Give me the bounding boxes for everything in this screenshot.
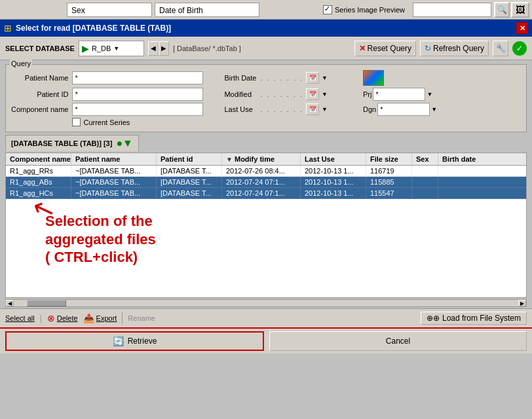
dgn-dropdown[interactable]: ▼ — [431, 106, 437, 113]
search-icon: 🔍 — [497, 5, 507, 14]
search-button[interactable]: 🔍 — [494, 2, 510, 18]
go-button[interactable]: ✓ — [512, 41, 527, 56]
td-patient-name: ~[DATABASE TAB... — [71, 166, 157, 176]
birth-date-select-button[interactable]: 📅 — [306, 72, 319, 84]
td-modify-time: 2012-07-26 08:4... — [222, 166, 301, 176]
last-use-dropdown[interactable]: ▼ — [322, 106, 328, 113]
td-last-use: 2012-10-13 1... — [301, 166, 366, 176]
table-container: Component name Patient name Patient id ▼… — [5, 153, 527, 298]
refresh-query-button[interactable]: ↻ Refresh Query — [420, 41, 489, 56]
load-icon: ⊕⊕ — [427, 314, 440, 323]
th-file-size[interactable]: File size — [366, 153, 412, 165]
delete-icon: ⊗ — [47, 313, 55, 323]
scroll-thumb[interactable] — [27, 300, 66, 306]
footer: 🔄 Retrieve Cancel — [0, 327, 532, 354]
preview-label: Series Image Preview — [335, 6, 405, 14]
dob-column-header: Date of Birth — [155, 3, 259, 17]
horizontal-scrollbar[interactable]: ◀ ▶ — [5, 299, 527, 307]
last-use-select-button[interactable]: 📅 — [306, 103, 319, 115]
play-icon: ▶ — [82, 43, 89, 54]
calendar-icon: 📅 — [309, 75, 316, 81]
nav-prev-button[interactable]: ◀ — [148, 41, 159, 56]
tab-label: [DATABASE TABLE (TAB)] [3] — [11, 139, 112, 147]
td-birth-date — [438, 188, 491, 198]
birth-date-dropdown[interactable]: ▼ — [322, 75, 328, 81]
tab-header[interactable]: [DATABASE TABLE (TAB)] [3] ●▼ — [5, 135, 139, 151]
db-label: SELECT DATABASE — [5, 45, 75, 52]
td-patient-id: [DATABASE T... — [157, 188, 222, 198]
export-button[interactable]: 📤 Export — [83, 313, 117, 323]
prj-label: Prj — [363, 90, 371, 98]
td-patient-name: ~[DATABASE TAB... — [71, 188, 157, 198]
query-section-label: Query — [10, 60, 32, 67]
preview-button[interactable]: 🖼 — [511, 2, 529, 18]
th-sex[interactable]: Sex — [412, 153, 438, 165]
select-all-button[interactable]: Select all — [5, 314, 35, 322]
table-row[interactable]: R1_agg_RRs ~[DATABASE TAB... [DATABASE T… — [6, 166, 526, 177]
sort-icon: ▼ — [226, 156, 233, 163]
td-birth-date — [438, 177, 491, 187]
x-icon: ✕ — [359, 44, 366, 53]
title-text: Select for read [DATABASE TABLE (TAB)] — [16, 24, 171, 33]
close-button[interactable]: ✕ — [516, 22, 528, 34]
calendar3-icon: 📅 — [309, 106, 316, 113]
th-patient-id[interactable]: Patient id — [157, 153, 222, 165]
calendar2-icon: 📅 — [309, 91, 316, 98]
td-file-size: 115547 — [366, 188, 412, 198]
options-button[interactable]: 🔧 — [493, 41, 508, 56]
patient-name-label: Patient Name — [11, 74, 68, 82]
table-row[interactable]: R1_agg_HCs ~[DATABASE TAB... [DATABASE T… — [6, 188, 526, 199]
patient-name-input[interactable] — [72, 71, 203, 84]
td-component: R1_agg_HCs — [6, 188, 71, 198]
td-component: R1_agg_ABs — [6, 177, 71, 187]
td-modify-time: 2012-07-24 07:1... — [222, 188, 301, 198]
patient-id-label: Patient ID — [11, 90, 68, 98]
td-sex — [412, 188, 438, 198]
reset-query-button[interactable]: ✕ Reset Query — [354, 41, 416, 56]
nav-next-button[interactable]: ▶ — [159, 41, 169, 56]
current-series-label: Current Series — [83, 118, 130, 126]
th-last-use[interactable]: Last Use — [301, 153, 366, 165]
table-row[interactable]: R1_agg_ABs ~[DATABASE TAB... [DATABASE T… — [6, 177, 526, 188]
td-sex — [412, 166, 438, 176]
td-component: R1_agg_RRs — [6, 166, 71, 176]
preview-checkbox[interactable]: ✓ — [323, 5, 332, 14]
th-modify-time[interactable]: ▼ Modify time — [222, 153, 301, 165]
rename-button[interactable]: Rename — [128, 314, 155, 322]
retrieve-icon: 🔄 — [113, 336, 124, 346]
tab-dropdown-icon[interactable]: ●▼ — [116, 137, 133, 149]
td-file-size: 116719 — [366, 166, 412, 176]
th-component[interactable]: Component name — [6, 153, 71, 165]
td-modify-time: 2012-07-24 07:1... — [222, 177, 301, 187]
scroll-right-button[interactable]: ▶ — [518, 300, 526, 306]
td-last-use: 2012-10-13 1... — [301, 177, 366, 187]
retrieve-button[interactable]: 🔄 Retrieve — [5, 331, 264, 351]
table-header: Component name Patient name Patient id ▼… — [6, 153, 526, 166]
chevron-down-icon: ▼ — [113, 45, 119, 52]
prj-input[interactable] — [373, 88, 425, 101]
annotation-overlay: ↗ Selection of theaggregated files( CTRL… — [45, 212, 156, 266]
td-sex — [412, 177, 438, 187]
patient-id-input[interactable] — [72, 88, 203, 101]
search-input[interactable] — [413, 3, 491, 17]
db-selector[interactable]: ▶ R_DB ▼ — [79, 41, 144, 56]
title-bar: ⊞ Select for read [DATABASE TABLE (TAB)]… — [0, 20, 532, 37]
component-name-input[interactable] — [72, 103, 203, 116]
bottom-bar: Select all | ⊗ Delete 📤 Export Rename ⊕⊕… — [0, 308, 532, 327]
current-series-checkbox[interactable] — [72, 118, 81, 126]
modified-select-button[interactable]: 📅 — [306, 88, 319, 100]
cancel-button[interactable]: Cancel — [269, 331, 527, 351]
scroll-left-button[interactable]: ◀ — [6, 300, 14, 306]
tab-section: [DATABASE TABLE (TAB)] [3] ●▼ — [5, 135, 527, 151]
dgn-input[interactable] — [377, 103, 430, 116]
td-birth-date — [438, 166, 491, 176]
export-icon: 📤 — [83, 313, 94, 323]
modified-dropdown[interactable]: ▼ — [322, 91, 328, 98]
delete-button[interactable]: ⊗ Delete — [47, 313, 78, 323]
th-patient-name[interactable]: Patient name — [71, 153, 157, 165]
prj-dropdown[interactable]: ▼ — [427, 91, 432, 98]
load-from-file-button[interactable]: ⊕⊕ Load from File System — [421, 312, 527, 325]
color-picker-icon[interactable] — [363, 70, 384, 86]
th-birth-date[interactable]: Birth date — [438, 153, 491, 165]
modified-label: Modified — [224, 90, 256, 98]
